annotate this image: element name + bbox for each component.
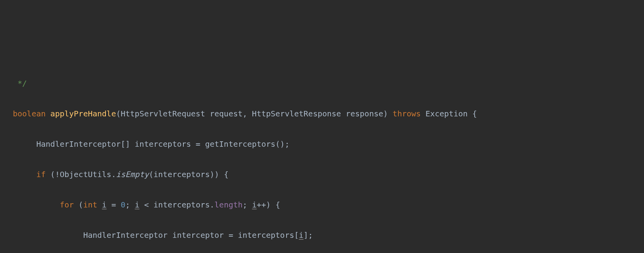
code-line: */: [13, 76, 644, 91]
method-name: applyPreHandle: [50, 109, 116, 118]
code-text: ;: [125, 200, 135, 209]
code-line: if (!ObjectUtils.isEmpty(interceptors)) …: [13, 167, 644, 182]
variable-i: i: [299, 230, 304, 240]
keyword-throws: throws: [392, 109, 421, 118]
keyword-if: if: [36, 170, 46, 179]
variable-i: i: [135, 200, 139, 209]
keyword-int: int: [83, 200, 97, 209]
number-literal: 0: [121, 200, 125, 209]
comment-text: */: [13, 79, 27, 88]
code-text: ;: [243, 200, 252, 209]
code-text: (: [74, 200, 83, 209]
statement: HandlerInterceptor[] interceptors = getI…: [36, 139, 289, 149]
keyword-boolean: boolean: [13, 109, 46, 118]
variable-i: i: [102, 200, 107, 209]
method-call: isEmpty: [116, 170, 149, 179]
code-text: =: [107, 200, 121, 209]
keyword-for: for: [60, 200, 74, 209]
code-line: for (int i = 0; i < interceptors.length;…: [13, 197, 644, 213]
code-text: < interceptors.: [139, 200, 215, 209]
code-editor[interactable]: */ boolean applyPreHandle(HttpServletReq…: [0, 61, 644, 253]
code-text: (interceptors)) {: [149, 170, 229, 179]
code-text: HandlerInterceptor interceptor = interce…: [83, 230, 299, 240]
variable-i: i: [252, 200, 257, 209]
code-text: ];: [304, 230, 313, 240]
field-length: length: [215, 200, 243, 209]
code-line: boolean applyPreHandle(HttpServletReques…: [13, 106, 644, 121]
code-text: (!ObjectUtils.: [46, 170, 116, 179]
code-line: HandlerInterceptor interceptor = interce…: [13, 228, 644, 243]
code-line: HandlerInterceptor[] interceptors = getI…: [13, 137, 644, 152]
method-params: (HttpServletRequest request, HttpServlet…: [116, 109, 388, 118]
exception-type: Exception {: [426, 109, 477, 118]
code-text: ++) {: [257, 200, 280, 209]
code-text: [97, 200, 102, 209]
